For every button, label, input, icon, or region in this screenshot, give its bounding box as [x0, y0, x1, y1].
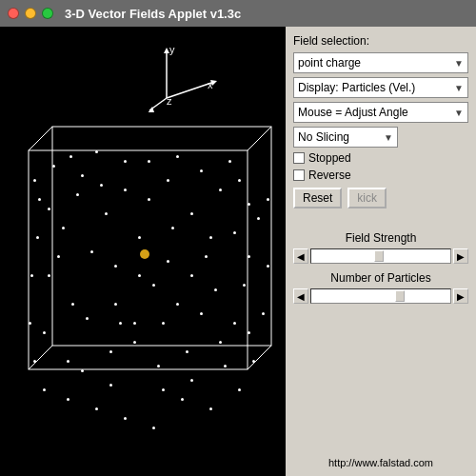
- url-text: http://www.falstad.com: [293, 457, 468, 468]
- particle: [167, 260, 169, 263]
- particle: [95, 150, 98, 153]
- title-bar: 3-D Vector Fields Applet v1.3c: [0, 0, 476, 27]
- particle: [186, 350, 188, 353]
- particle: [69, 155, 72, 158]
- no-slicing-dropdown[interactable]: No Slicing ▼: [293, 127, 398, 148]
- field-strength-title: Field Strength: [293, 231, 468, 245]
- particle: [262, 312, 265, 315]
- charge-dot: [140, 249, 149, 259]
- particle: [238, 179, 241, 182]
- particle: [33, 360, 36, 363]
- no-slicing-arrow: ▼: [384, 132, 393, 143]
- window-title: 3-D Vector Fields Applet v1.3c: [65, 7, 241, 21]
- particle: [124, 160, 127, 163]
- reverse-checkbox[interactable]: [293, 169, 305, 181]
- mouse-dropdown[interactable]: Mouse = Adjust Angle ▼: [293, 102, 468, 123]
- stopped-checkbox-label[interactable]: Stopped: [293, 151, 468, 165]
- canvas-area[interactable]: y x z: [0, 27, 286, 476]
- display-value: Display: Particles (Vel.): [298, 81, 415, 94]
- field-strength-slider[interactable]: ◀ ▶: [293, 248, 468, 264]
- particle: [224, 365, 227, 367]
- field-selection-label: Field selection:: [293, 34, 468, 48]
- reverse-checkbox-label[interactable]: Reverse: [293, 169, 468, 182]
- field-strength-increase[interactable]: ▶: [453, 248, 468, 264]
- particle: [181, 398, 184, 401]
- controls-panel: Field selection: point charge ▼ Display:…: [286, 27, 476, 476]
- particle: [133, 341, 136, 344]
- particle: [67, 360, 69, 363]
- kick-button: kick: [347, 188, 387, 208]
- particle: [190, 379, 193, 382]
- mouse-value: Mouse = Adjust Angle: [298, 106, 408, 119]
- particle: [200, 312, 203, 315]
- particle: [267, 198, 269, 201]
- particle: [90, 250, 93, 253]
- field-dropdown-arrow: ▼: [454, 58, 464, 69]
- mouse-dropdown-arrow: ▼: [454, 108, 464, 118]
- particle: [43, 388, 46, 391]
- particle: [36, 236, 39, 239]
- num-particles-decrease[interactable]: ◀: [293, 288, 308, 304]
- stopped-checkbox[interactable]: [293, 152, 305, 164]
- particle: [124, 417, 127, 420]
- no-slicing-row: No Slicing ▼: [293, 127, 468, 148]
- particle: [238, 388, 241, 391]
- particle: [48, 208, 50, 210]
- main-content: y x z: [0, 27, 476, 476]
- particle: [138, 274, 141, 277]
- particle: [200, 169, 203, 172]
- num-particles-track[interactable]: [310, 288, 451, 304]
- particle: [214, 288, 217, 291]
- reset-button[interactable]: Reset: [293, 188, 342, 208]
- num-particles-thumb[interactable]: [395, 290, 405, 302]
- display-dropdown[interactable]: Display: Particles (Vel.) ▼: [293, 77, 468, 98]
- num-particles-title: Number of Particles: [293, 271, 468, 285]
- field-strength-thumb[interactable]: [374, 250, 384, 262]
- reverse-label: Reverse: [308, 169, 351, 182]
- particle: [219, 188, 222, 191]
- maximize-button[interactable]: [42, 8, 53, 19]
- particle: [133, 322, 136, 325]
- field-strength-decrease[interactable]: ◀: [293, 248, 308, 264]
- particle: [248, 331, 250, 334]
- stopped-label: Stopped: [308, 151, 351, 165]
- particle: [67, 398, 69, 401]
- particle: [100, 184, 103, 187]
- particle: [81, 369, 84, 372]
- particle: [228, 160, 231, 163]
- particle: [52, 165, 55, 168]
- num-particles-slider[interactable]: ◀ ▶: [293, 288, 468, 304]
- particle: [209, 236, 212, 239]
- field-selection-value: point charge: [298, 56, 361, 69]
- display-dropdown-arrow: ▼: [454, 83, 464, 93]
- no-slicing-value: No Slicing: [298, 130, 349, 144]
- field-strength-track[interactable]: [310, 248, 451, 264]
- particle: [171, 227, 174, 229]
- particle: [233, 322, 236, 325]
- particle: [152, 284, 155, 287]
- particle: [209, 407, 212, 410]
- particle: [57, 255, 60, 258]
- particle: [148, 160, 150, 163]
- minimize-button[interactable]: [25, 8, 36, 19]
- particle: [233, 231, 236, 234]
- field-selection-dropdown[interactable]: point charge ▼: [293, 52, 468, 73]
- particle: [86, 317, 89, 320]
- particle: [243, 284, 246, 287]
- num-particles-increase[interactable]: ▶: [453, 288, 468, 304]
- close-button[interactable]: [8, 8, 19, 19]
- particle: [114, 303, 117, 306]
- particle: [205, 255, 208, 258]
- particle: [62, 227, 65, 229]
- particle: [267, 265, 269, 268]
- particle: [248, 203, 250, 206]
- particle: [162, 388, 165, 391]
- particle: [105, 212, 108, 215]
- particle: [71, 303, 74, 306]
- particle: [252, 360, 255, 363]
- particle: [38, 198, 41, 201]
- particle: [29, 322, 31, 325]
- particle: [162, 322, 165, 325]
- particle: [219, 341, 222, 344]
- particle: [43, 331, 46, 334]
